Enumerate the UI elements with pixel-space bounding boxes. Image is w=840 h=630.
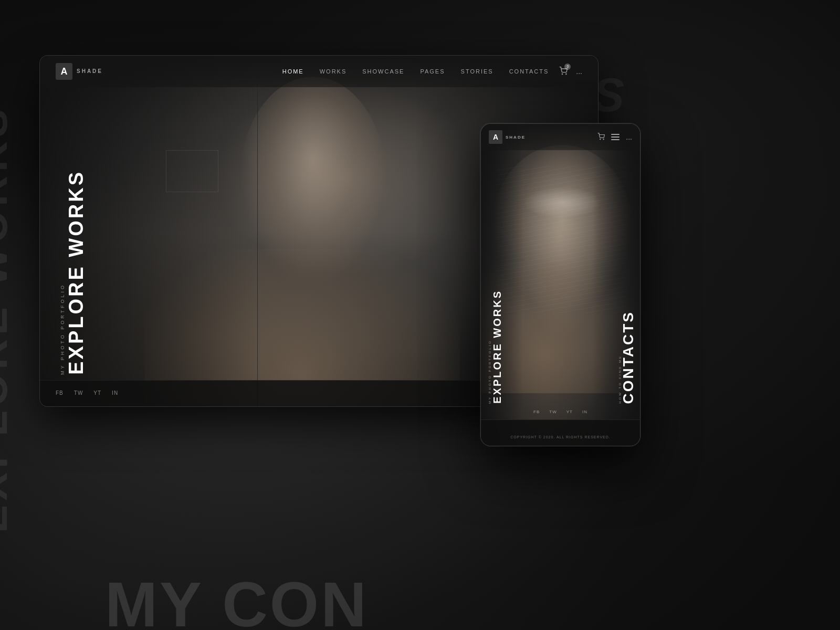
nav-stories[interactable]: STORIES: [461, 68, 494, 75]
hamburger-menu-icon[interactable]: [611, 134, 620, 140]
left-text-group: MY PHOTO PORTFOLIO EXPLORE WORKS: [56, 170, 88, 375]
copyright-text: COPYRIGHT © 2020. ALL RIGHTS RESERVED.: [510, 435, 610, 439]
mobile-footer: Fb Tw Yt In COPYRIGHT © 2020. ALL RIGHTS…: [481, 419, 640, 446]
mobile-social-fb[interactable]: Fb: [533, 410, 540, 414]
svg-point-1: [566, 74, 566, 74]
mobile-nav: A SHADE ...: [481, 124, 640, 150]
mobile-left-content: MY PHOTO PORTFOLIO EXPLORE WORKS: [486, 290, 503, 404]
left-panel-content: MY PHOTO PORTFOLIO EXPLORE WORKS: [56, 170, 88, 375]
mobile-explore-works: EXPLORE WORKS: [491, 290, 503, 404]
social-in[interactable]: In: [112, 390, 118, 396]
mobile-cart-button[interactable]: [597, 133, 605, 142]
mobile-social-tw[interactable]: Tw: [549, 410, 556, 414]
nav-works[interactable]: WORKS: [320, 68, 347, 75]
mobile-right-panel: HOW TO FIND ME CONTACTS: [593, 124, 640, 446]
mobile-social-in[interactable]: In: [582, 410, 587, 414]
bottom-partial-text: MY CON: [105, 568, 369, 630]
logo-icon: A: [56, 63, 72, 80]
corner-detail: [166, 150, 218, 192]
mobile-copyright: COPYRIGHT © 2020. ALL RIGHTS RESERVED.: [481, 431, 640, 440]
mobile-inner: A SHADE ...: [481, 124, 640, 446]
mobile-logo-icon: A: [489, 130, 502, 144]
mobile-social-yt[interactable]: Yt: [566, 410, 573, 414]
explore-works-text: EXPLORE WORKS: [65, 170, 88, 375]
mobile-contacts-text: CONTACTS: [622, 311, 635, 404]
mobile-nav-icons: ...: [597, 133, 632, 142]
desktop-navigation: A SHADE HOME WORKS SHOWCASE PAGES STORIE…: [40, 56, 598, 87]
nav-pages[interactable]: PAGES: [420, 68, 445, 75]
logo-text: SHADE: [77, 68, 103, 75]
hamburger-line-2: [611, 136, 620, 138]
hamburger-line-3: [611, 139, 620, 140]
cart-button[interactable]: 0: [559, 67, 568, 77]
svg-point-0: [562, 74, 563, 74]
portfolio-label: MY PHOTO PORTFOLIO: [60, 284, 65, 375]
nav-contacts[interactable]: CONTACTS: [509, 68, 549, 75]
left-panel: MY PHOTO PORTFOLIO EXPLORE WORKS: [40, 56, 258, 406]
mobile-logo-text: SHADE: [506, 135, 526, 140]
hamburger-line-1: [611, 134, 620, 135]
more-button[interactable]: ...: [576, 67, 582, 76]
desktop-logo[interactable]: A SHADE: [56, 63, 103, 80]
social-links: Fb Tw Yt In: [56, 390, 118, 396]
nav-showcase[interactable]: SHOWCASE: [362, 68, 404, 75]
nav-icons: 0 ...: [559, 67, 582, 77]
mobile-left-panel: MY PHOTO PORTFOLIO EXPLORE WORKS: [481, 124, 523, 446]
mobile-right-content: HOW TO FIND ME CONTACTS: [618, 311, 635, 404]
side-explore-works-text: EXPLORE WORKS: [0, 105, 17, 533]
nav-links: HOME WORKS SHOWCASE PAGES STORIES CONTAC…: [282, 68, 549, 75]
social-fb[interactable]: Fb: [56, 390, 64, 396]
mobile-more-button[interactable]: ...: [626, 133, 632, 141]
nav-home[interactable]: HOME: [282, 68, 304, 75]
mobile-mockup: A SHADE ...: [480, 123, 640, 446]
svg-point-2: [600, 139, 601, 139]
social-yt[interactable]: Yt: [93, 390, 101, 396]
svg-point-3: [603, 139, 604, 139]
mobile-social-links: Fb Tw Yt In: [481, 410, 640, 414]
social-tw[interactable]: Tw: [74, 390, 83, 396]
cart-badge: 0: [564, 64, 571, 70]
mobile-logo[interactable]: A SHADE: [489, 130, 526, 144]
